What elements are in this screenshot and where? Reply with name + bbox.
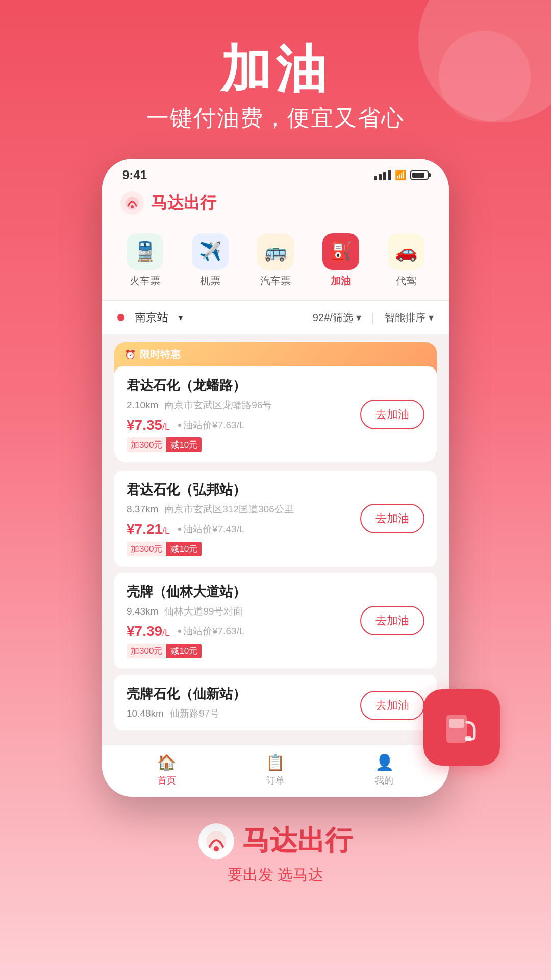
status-bar: 9:41 📶 xyxy=(102,159,449,186)
station-card-4: 壳牌石化（仙新站） 10.48km 仙新路97号 去加油 xyxy=(114,675,437,730)
svg-rect-3 xyxy=(449,719,464,728)
tab-profile-label: 我的 xyxy=(375,774,393,787)
brand-logo-icon xyxy=(198,823,234,859)
location-dot xyxy=(117,314,124,321)
station-4-name: 壳牌石化（仙新站） xyxy=(127,685,360,703)
status-time: 9:41 xyxy=(122,168,147,182)
nav-label-plane: 机票 xyxy=(200,274,220,288)
tab-home-label: 首页 xyxy=(158,774,176,787)
nav-item-bus[interactable]: 🚌 汽车票 xyxy=(257,233,294,288)
station-2-original-price: 油站价¥7.43/L xyxy=(178,523,244,536)
station-2-distance: 8.37km xyxy=(127,504,158,515)
station-3-name: 壳牌（仙林大道站） xyxy=(127,583,360,601)
promo-condition: 加300元 xyxy=(127,437,166,452)
nav-icons: 🚆 火车票 ✈️ 机票 🚌 汽车票 ⛽ 加油 xyxy=(102,225,449,301)
wifi-icon: 📶 xyxy=(395,169,406,181)
promo-discount: 减10元 xyxy=(166,437,202,452)
promo-discount-3: 减10元 xyxy=(166,644,202,658)
station-1-distance: 2.10km xyxy=(127,400,158,411)
station-1-info: 2.10km 南京市玄武区龙蟠路96号 xyxy=(127,399,360,412)
station-2-info: 8.37km 南京市玄武区312国道306公里 xyxy=(127,503,360,516)
signal-icon xyxy=(374,170,391,180)
battery-icon xyxy=(410,170,429,180)
hero-subtitle: 一键付油费，便宜又省心 xyxy=(0,103,551,133)
tab-profile[interactable]: 👤 我的 xyxy=(375,753,394,787)
promo-discount-2: 减10元 xyxy=(166,542,202,556)
station-4-info: 10.48km 仙新路97号 xyxy=(127,707,360,720)
train-icon-bg: 🚆 xyxy=(127,233,163,270)
bottom-tab-bar: 🏠 首页 📋 订单 👤 我的 xyxy=(102,745,449,797)
station-1-go-button[interactable]: 去加油 xyxy=(360,400,424,429)
station-3-address: 仙林大道99号对面 xyxy=(164,605,243,618)
tab-home[interactable]: 🏠 首页 xyxy=(157,753,176,787)
svg-point-6 xyxy=(214,846,219,851)
driver-icon-bg: 🚗 xyxy=(388,233,424,270)
nav-label-bus: 汽车票 xyxy=(260,274,291,288)
station-3-go-button[interactable]: 去加油 xyxy=(360,606,424,635)
nav-item-train[interactable]: 🚆 火车票 xyxy=(127,233,163,288)
bus-icon-bg: 🚌 xyxy=(257,233,294,270)
offer-clock-icon: ⏰ xyxy=(124,349,136,360)
plane-icon: ✈️ xyxy=(199,241,222,262)
station-3-info: 9.43km 仙林大道99号对面 xyxy=(127,605,360,618)
hero-section: 加油 一键付油费，便宜又省心 xyxy=(0,0,551,159)
station-1-name: 君达石化（龙蟠路） xyxy=(127,377,360,395)
offer-inner: 君达石化（龙蟠路） 2.10km 南京市玄武区龙蟠路96号 ¥7.35/L 油站… xyxy=(114,366,437,462)
content-area: ⏰ 限时特惠 君达石化（龙蟠路） 2.10km 南京市玄武区龙蟠路96号 ¥7.… xyxy=(102,334,449,745)
station-1-original-price: 油站价¥7.63/L xyxy=(178,419,244,432)
station-4-address: 仙新路97号 xyxy=(170,707,219,720)
tab-orders-label: 订单 xyxy=(266,774,285,787)
status-icons: 📶 xyxy=(374,169,429,181)
station-4-go-button[interactable]: 去加油 xyxy=(360,691,424,720)
station-card-2: 君达石化（弘邦站） 8.37km 南京市玄武区312国道306公里 ¥7.21/… xyxy=(114,471,437,567)
fuel-type-filter[interactable]: 92#/筛选 ▾ xyxy=(313,311,361,325)
fuel-type-arrow: ▾ xyxy=(356,311,361,324)
station-2-go-button[interactable]: 去加油 xyxy=(360,504,424,533)
app-header: 马达出行 xyxy=(102,186,449,225)
fuel-icon-bg: ⛽ xyxy=(322,233,359,270)
orders-icon: 📋 xyxy=(266,753,285,771)
station-3-original-price: 油站价¥7.63/L xyxy=(178,625,244,638)
app-logo-icon xyxy=(120,191,144,215)
sort-arrow: ▾ xyxy=(429,311,434,324)
app-name: 马达出行 xyxy=(151,192,216,214)
nav-item-driver[interactable]: 🚗 代驾 xyxy=(388,233,424,288)
station-1-address: 南京市玄武区龙蟠路96号 xyxy=(164,399,272,412)
sort-filter[interactable]: 智能排序 ▾ xyxy=(385,311,434,325)
nav-label-train: 火车票 xyxy=(130,274,160,288)
tab-orders[interactable]: 📋 订单 xyxy=(266,753,285,787)
nav-label-driver: 代驾 xyxy=(396,274,416,288)
promo-condition-3: 加300元 xyxy=(127,644,166,658)
brand-tagline: 要出发 选马达 xyxy=(0,865,551,886)
hero-title: 加油 xyxy=(0,41,551,97)
promo-condition-2: 加300元 xyxy=(127,542,166,556)
fuel-station-icon-large xyxy=(439,704,485,750)
bus-icon: 🚌 xyxy=(264,241,287,262)
train-icon: 🚆 xyxy=(134,241,157,262)
fuel-icon: ⛽ xyxy=(330,241,353,262)
brand-name: 马达出行 xyxy=(242,822,353,860)
location-dropdown-arrow[interactable]: ▾ xyxy=(179,313,183,323)
station-1-price: ¥7.35/L xyxy=(127,417,170,433)
offer-header: ⏰ 限时特惠 xyxy=(114,342,437,366)
fuel-type-text: 92#/筛选 xyxy=(313,311,353,325)
plane-icon-bg: ✈️ xyxy=(192,233,229,270)
nav-item-plane[interactable]: ✈️ 机票 xyxy=(192,233,229,288)
bottom-brand: 马达出行 要出发 选马达 xyxy=(0,797,551,901)
driver-icon: 🚗 xyxy=(395,241,418,262)
svg-point-1 xyxy=(131,205,134,208)
station-1-promo: 加300元 减10元 xyxy=(127,437,202,452)
special-offer-card: ⏰ 限时特惠 君达石化（龙蟠路） 2.10km 南京市玄武区龙蟠路96号 ¥7.… xyxy=(114,342,437,462)
svg-rect-4 xyxy=(465,736,471,741)
station-2-name: 君达石化（弘邦站） xyxy=(127,481,360,499)
station-2-address: 南京市玄武区312国道306公里 xyxy=(164,503,293,516)
profile-icon: 👤 xyxy=(375,753,394,771)
station-3-promo: 加300元 减10元 xyxy=(127,644,202,658)
offer-label: 限时特惠 xyxy=(140,348,181,361)
location-text[interactable]: 南京站 xyxy=(135,310,168,325)
app-icon-float xyxy=(423,689,500,766)
station-2-promo: 加300元 减10元 xyxy=(127,542,202,556)
station-card-3: 壳牌（仙林大道站） 9.43km 仙林大道99号对面 ¥7.39/L 油站价¥7… xyxy=(114,573,437,669)
nav-item-fuel[interactable]: ⛽ 加油 xyxy=(322,233,359,288)
station-3-distance: 9.43km xyxy=(127,606,158,617)
